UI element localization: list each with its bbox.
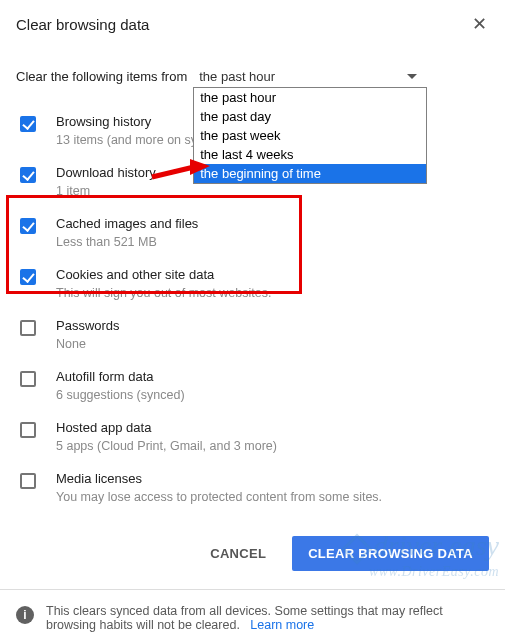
dropdown-option[interactable]: the last 4 weeks bbox=[194, 145, 426, 164]
chevron-down-icon bbox=[407, 74, 417, 79]
item-subtitle: 6 suggestions (synced) bbox=[56, 388, 185, 402]
item-title: Media licenses bbox=[56, 471, 382, 490]
item-subtitle: This will sign you out of most websites. bbox=[56, 286, 271, 300]
checkbox[interactable] bbox=[20, 269, 36, 285]
item-title: Cookies and other site data bbox=[56, 267, 271, 286]
learn-more-link[interactable]: Learn more bbox=[250, 618, 314, 632]
data-type-row: Media licensesYou may lose access to pro… bbox=[16, 463, 489, 514]
dropdown-option[interactable]: the past hour bbox=[194, 88, 426, 107]
dropdown-option[interactable]: the beginning of time bbox=[194, 164, 426, 183]
dropdown-list: the past hourthe past daythe past weekth… bbox=[193, 87, 427, 184]
data-type-row: Hosted app data5 apps (Cloud Print, Gmai… bbox=[16, 412, 489, 463]
checkbox[interactable] bbox=[20, 422, 36, 438]
dropdown-option[interactable]: the past week bbox=[194, 126, 426, 145]
checkbox[interactable] bbox=[20, 218, 36, 234]
data-type-row: Autofill form data6 suggestions (synced) bbox=[16, 361, 489, 412]
info-icon: i bbox=[16, 606, 34, 624]
close-icon[interactable]: ✕ bbox=[467, 12, 491, 36]
from-label: Clear the following items from bbox=[16, 69, 187, 84]
item-subtitle: 1 item bbox=[56, 184, 156, 198]
item-title: Download history bbox=[56, 165, 156, 184]
dialog-footer: i This clears synced data from all devic… bbox=[0, 589, 505, 636]
item-title: Autofill form data bbox=[56, 369, 185, 388]
time-range-dropdown[interactable]: the past hour the past hourthe past dayt… bbox=[195, 65, 425, 88]
checkbox[interactable] bbox=[20, 371, 36, 387]
dropdown-selected[interactable]: the past hour bbox=[195, 65, 425, 88]
item-title: Cached images and files bbox=[56, 216, 198, 235]
item-title: Hosted app data bbox=[56, 420, 277, 439]
item-title: Passwords bbox=[56, 318, 120, 337]
item-subtitle: 5 apps (Cloud Print, Gmail, and 3 more) bbox=[56, 439, 277, 453]
dialog-actions: CANCEL CLEAR BROWSING DATA bbox=[0, 514, 505, 589]
checkbox[interactable] bbox=[20, 473, 36, 489]
footer-text: This clears synced data from all devices… bbox=[46, 604, 443, 632]
item-subtitle: None bbox=[56, 337, 120, 351]
footer-text-wrap: This clears synced data from all devices… bbox=[46, 604, 489, 632]
item-subtitle: Less than 521 MB bbox=[56, 235, 198, 249]
item-subtitle: You may lose access to protected content… bbox=[56, 490, 382, 504]
checkbox[interactable] bbox=[20, 320, 36, 336]
dialog-title: Clear browsing data bbox=[16, 16, 489, 51]
data-type-row: Cookies and other site dataThis will sig… bbox=[16, 259, 489, 310]
dropdown-selected-text: the past hour bbox=[199, 69, 275, 84]
time-range-row: Clear the following items from the past … bbox=[16, 51, 489, 98]
cancel-button[interactable]: CANCEL bbox=[194, 536, 282, 571]
dropdown-option[interactable]: the past day bbox=[194, 107, 426, 126]
clear-browsing-data-button[interactable]: CLEAR BROWSING DATA bbox=[292, 536, 489, 571]
data-type-row: PasswordsNone bbox=[16, 310, 489, 361]
checkbox[interactable] bbox=[20, 116, 36, 132]
data-type-row: Cached images and filesLess than 521 MB bbox=[16, 208, 489, 259]
checkbox[interactable] bbox=[20, 167, 36, 183]
clear-browsing-data-dialog: Clear browsing data ✕ Clear the followin… bbox=[0, 0, 505, 514]
